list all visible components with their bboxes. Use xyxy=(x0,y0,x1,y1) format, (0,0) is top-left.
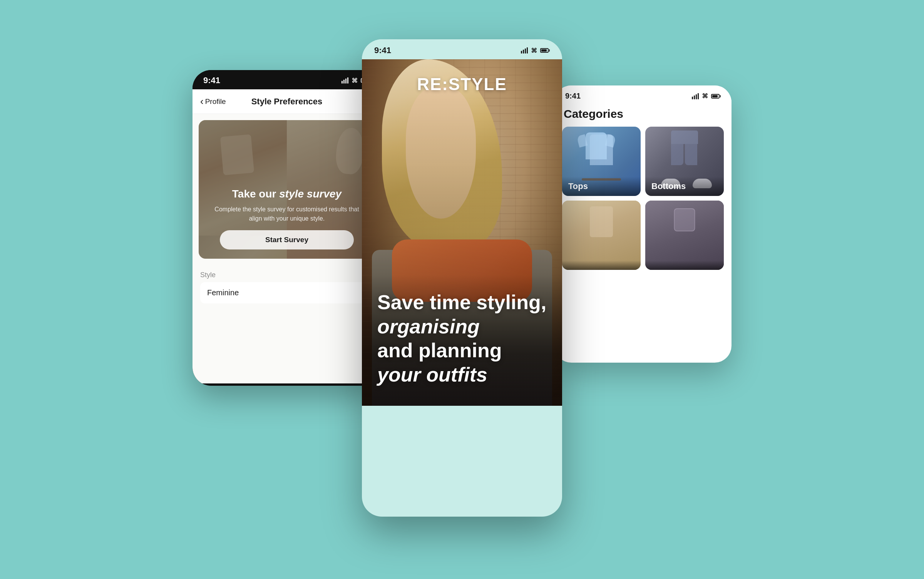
headline-line4-italic: your outfits xyxy=(377,363,487,386)
tops-shirt-shape xyxy=(586,132,607,159)
signal-icon-right xyxy=(692,93,699,99)
wifi-icon-left: ⌘ xyxy=(352,77,358,84)
category-bg-4 xyxy=(645,201,724,270)
hero-headline: Save time styling, organising and planni… xyxy=(377,290,547,387)
wifi-icon-center: ⌘ xyxy=(531,47,537,54)
style-section: Style Feminine xyxy=(192,265,381,306)
category-4-label xyxy=(645,261,724,270)
survey-title-italic: style survey xyxy=(279,188,341,200)
back-button-left[interactable]: ‹ Profile xyxy=(200,95,244,107)
survey-card-title: Take our style survey xyxy=(232,187,341,201)
battery-icon-center xyxy=(540,48,550,53)
phone-left: 9:41 ⌘ xyxy=(192,70,381,386)
signal-icon-center xyxy=(521,47,528,54)
nav-bar-left: ‹ Profile Style Preferences xyxy=(192,89,381,114)
status-bar-left: 9:41 ⌘ xyxy=(192,70,381,89)
status-icons-right: ⌘ xyxy=(692,92,721,100)
category-bg-bottoms: Bottoms xyxy=(645,127,724,196)
phone-center: 9:41 ⌘ xyxy=(362,39,562,517)
start-survey-button[interactable]: Start Survey xyxy=(220,230,354,249)
category-card-tops[interactable]: Tops xyxy=(562,127,641,196)
style-value: Feminine xyxy=(200,282,373,303)
status-icons-center: ⌘ xyxy=(521,47,550,54)
phone-right: 9:41 ⌘ Categories xyxy=(554,85,732,363)
category-4-item xyxy=(674,208,695,231)
survey-title-text1: Take our xyxy=(232,188,279,200)
categories-grid: Tops Bottoms xyxy=(554,127,732,270)
category-3-item xyxy=(590,206,613,237)
back-label[interactable]: Profile xyxy=(205,97,226,106)
categories-header: Categories xyxy=(554,104,732,127)
hero-background: RE:STYLE Save time styling, organising a… xyxy=(362,59,562,406)
status-bar-center: 9:41 ⌘ xyxy=(362,39,562,59)
phones-container: 9:41 ⌘ xyxy=(192,39,732,540)
wifi-icon-right: ⌘ xyxy=(702,92,708,100)
time-center: 9:41 xyxy=(374,45,391,55)
survey-card: Take our style survey Complete the style… xyxy=(199,120,375,259)
category-card-4[interactable] xyxy=(645,201,724,270)
category-card-bottoms[interactable]: Bottoms xyxy=(645,127,724,196)
headline-line3: and planning xyxy=(377,339,502,361)
style-label: Style xyxy=(200,271,373,279)
category-card-3[interactable] xyxy=(562,201,641,270)
survey-card-overlay: Take our style survey Complete the style… xyxy=(199,120,375,259)
hero-image-center: RE:STYLE Save time styling, organising a… xyxy=(362,59,562,406)
tops-label: Tops xyxy=(562,177,641,196)
category-bg-tops: Tops xyxy=(562,127,641,196)
screen-content-left: ‹ Profile Style Preferences xyxy=(192,89,381,383)
category-3-label xyxy=(562,261,641,270)
hero-text-overlay: Save time styling, organising and planni… xyxy=(362,275,562,406)
status-bar-right: 9:41 ⌘ xyxy=(554,85,732,104)
survey-card-description: Complete the style survey for customised… xyxy=(208,205,366,223)
nav-title-left: Style Preferences xyxy=(244,97,330,107)
brand-title: RE:STYLE xyxy=(362,75,562,94)
battery-icon-right xyxy=(711,94,721,99)
signal-icon-left xyxy=(341,77,348,84)
jeans-shape xyxy=(671,131,698,165)
headline-line2-italic: organising xyxy=(377,315,480,338)
tops-sleeve-right xyxy=(605,134,616,148)
headline-line1: Save time styling, xyxy=(377,291,546,313)
bottoms-label: Bottoms xyxy=(645,177,724,196)
category-bg-3 xyxy=(562,201,641,270)
time-right: 9:41 xyxy=(565,92,581,100)
back-chevron-icon: ‹ xyxy=(200,95,204,107)
time-left: 9:41 xyxy=(203,75,220,85)
